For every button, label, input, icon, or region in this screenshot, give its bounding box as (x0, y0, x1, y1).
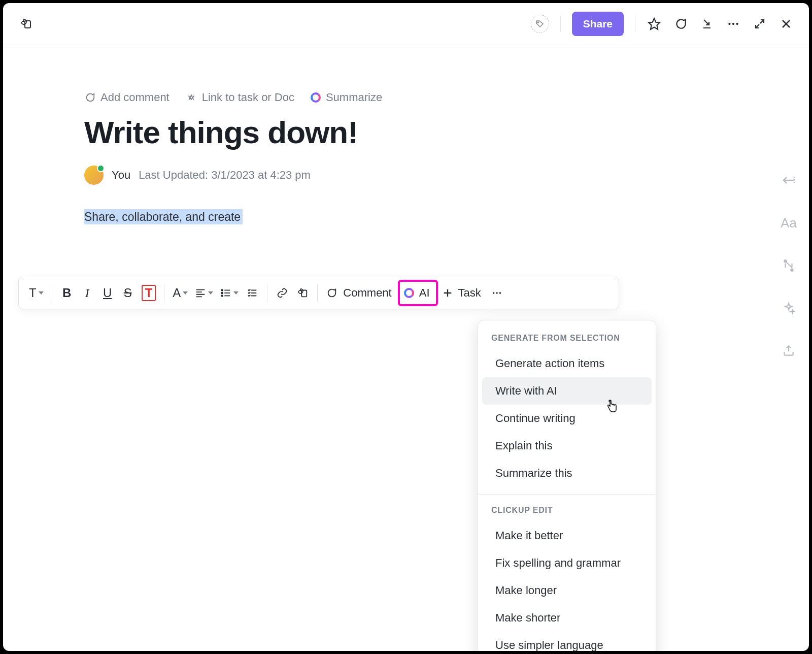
svg-point-6 (222, 289, 223, 291)
text-type-label: T (29, 286, 37, 300)
svg-point-14 (791, 269, 793, 271)
bold-button[interactable]: B (57, 282, 77, 304)
close-icon[interactable] (779, 16, 794, 31)
font-color-label: A (173, 286, 181, 300)
svg-point-11 (496, 292, 498, 294)
star-icon[interactable] (647, 16, 662, 31)
ai-button[interactable]: AI (398, 280, 438, 306)
document-body[interactable]: Share, collaborate, and create (84, 210, 728, 224)
ai-menu-item[interactable]: Make it better (482, 522, 652, 549)
separator (52, 284, 52, 302)
right-rail: Aa (781, 172, 797, 359)
content-area: Add comment Link to task or Doc Summariz… (3, 45, 809, 651)
byline-author: You (112, 169, 130, 182)
expand-icon[interactable] (752, 16, 767, 31)
top-toolbar: Share (3, 3, 809, 45)
download-icon[interactable] (699, 16, 715, 31)
svg-point-13 (784, 260, 786, 262)
svg-point-7 (222, 292, 223, 294)
indent-icon[interactable] (781, 172, 797, 188)
share-button[interactable]: Share (572, 12, 624, 36)
ai-menu: GENERATE FROM SELECTION Generate action … (478, 320, 656, 651)
italic-button[interactable]: I (78, 282, 97, 304)
doc-quick-actions: Add comment Link to task or Doc Summariz… (84, 91, 728, 104)
ai-menu-item[interactable]: Make shorter (482, 604, 652, 632)
ai-menu-item[interactable]: Explain this (482, 432, 652, 460)
svg-marker-2 (649, 18, 660, 29)
svg-point-8 (222, 295, 223, 297)
link-task-label: Link to task or Doc (202, 91, 294, 104)
ai-ring-icon (404, 288, 414, 298)
text-color-button[interactable]: T (139, 282, 159, 304)
ai-ring-icon (311, 92, 321, 103)
link-button[interactable] (273, 282, 292, 304)
summarize-action[interactable]: Summarize (311, 91, 382, 104)
comment-bubble-icon[interactable] (673, 16, 688, 31)
svg-rect-0 (25, 21, 30, 28)
document-window: Share (3, 3, 809, 651)
separator (164, 284, 164, 302)
subtask-button[interactable] (293, 282, 312, 304)
svg-point-1 (537, 22, 538, 23)
svg-rect-9 (302, 290, 307, 297)
separator (267, 284, 267, 302)
ai-menu-item[interactable]: Make longer (482, 577, 652, 604)
ai-menu-item[interactable]: Continue writing (482, 405, 652, 432)
font-size-label: Aa (781, 215, 797, 231)
link-task-action[interactable]: Link to task or Doc (186, 91, 294, 104)
task-button[interactable]: Task (439, 282, 486, 304)
ai-menu-item[interactable]: Generate action items (482, 350, 652, 377)
svg-point-3 (728, 23, 730, 25)
byline: You Last Updated: 3/1/2023 at 4:23 pm (84, 166, 728, 185)
ai-menu-section-header: CLICKUP EDIT (478, 502, 656, 522)
align-button[interactable] (192, 282, 216, 304)
caret-icon (183, 291, 188, 295)
caret-icon (39, 291, 44, 295)
comment-label: Comment (341, 286, 393, 300)
comment-button[interactable]: Comment (323, 282, 396, 304)
add-comment-label: Add comment (100, 91, 170, 104)
toolbar-more-icon[interactable] (487, 282, 506, 304)
checklist-button[interactable] (243, 282, 262, 304)
text-type-button[interactable]: T (26, 282, 47, 304)
divider (635, 16, 635, 32)
format-toolbar: T B I U S T A (18, 277, 619, 309)
bullet-list-button[interactable] (217, 282, 242, 304)
svg-point-12 (499, 292, 501, 294)
strike-button[interactable]: S (118, 282, 138, 304)
menu-divider (478, 494, 656, 495)
ai-menu-section-header: GENERATE FROM SELECTION (478, 330, 656, 350)
svg-point-10 (493, 292, 495, 294)
summarize-label: Summarize (326, 91, 382, 104)
font-color-button[interactable]: A (170, 282, 191, 304)
sparkle-icon[interactable] (781, 300, 797, 316)
divider (560, 16, 561, 32)
caret-icon (208, 291, 213, 295)
caret-icon (233, 291, 239, 295)
add-comment-action[interactable]: Add comment (84, 91, 170, 104)
svg-point-5 (736, 23, 738, 25)
sync-icon[interactable] (781, 257, 797, 274)
doc-subtask-icon[interactable] (18, 16, 33, 31)
separator (317, 284, 318, 302)
font-size-icon[interactable]: Aa (781, 215, 797, 231)
ai-menu-item[interactable]: Use simpler language (482, 632, 652, 651)
upload-share-icon[interactable] (781, 343, 797, 359)
tag-icon[interactable] (531, 15, 549, 33)
avatar[interactable] (84, 166, 104, 185)
byline-updated: Last Updated: 3/1/2023 at 4:23 pm (139, 169, 311, 182)
task-label: Task (456, 286, 483, 300)
page-title[interactable]: Write things down! (84, 114, 728, 150)
svg-point-4 (732, 23, 734, 25)
underline-button[interactable]: U (98, 282, 117, 304)
ai-menu-item[interactable]: Fix spelling and grammar (482, 549, 652, 577)
more-icon[interactable] (726, 16, 741, 31)
ai-menu-item[interactable]: Summarize this (482, 460, 652, 487)
selected-text[interactable]: Share, collaborate, and create (84, 209, 243, 224)
ai-label: AI (417, 286, 432, 300)
ai-menu-item[interactable]: Write with AI (482, 377, 652, 405)
